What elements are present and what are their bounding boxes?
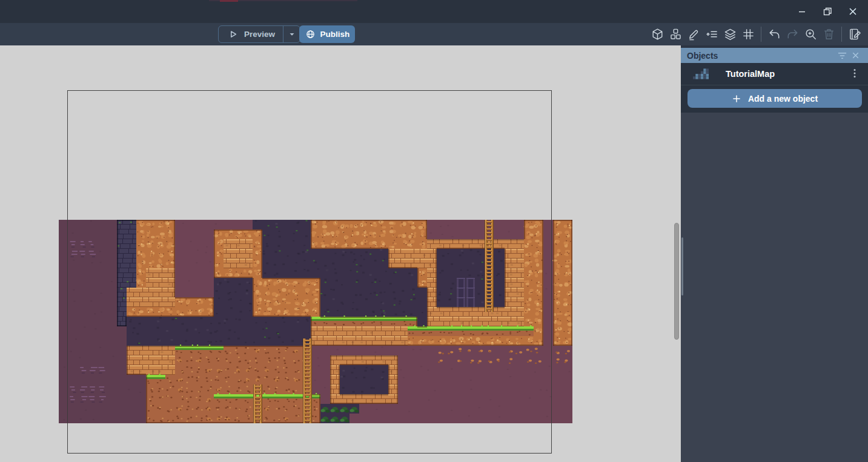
delete-icon [822, 27, 836, 41]
close-button[interactable] [840, 1, 866, 22]
globe-icon [305, 28, 316, 40]
toolbar-layers-button[interactable] [721, 25, 739, 43]
objects-panel-title: Objects [687, 51, 835, 61]
canvas-vertical-scrollbar[interactable] [674, 223, 679, 340]
objects-panel-header: Objects [681, 48, 868, 63]
window-controls [789, 0, 866, 23]
toolbar-scene-properties-button[interactable] [846, 25, 864, 43]
tab-strip-accent [220, 0, 238, 2]
toolbar-separator [841, 27, 842, 42]
object-row-divider [681, 85, 868, 85]
filter-icon [837, 51, 847, 60]
publish-label: Publish [320, 30, 350, 39]
grid-icon [741, 27, 755, 41]
kebab-icon [853, 68, 856, 78]
publish-button[interactable]: Publish [299, 25, 355, 43]
objects-panel: Objects TutorialMap Ad [681, 45, 868, 462]
add-object-button[interactable]: Add a new object [687, 89, 862, 108]
minimize-icon [795, 5, 809, 18]
undo-icon [767, 27, 781, 41]
preview-split-button: Preview [218, 25, 300, 43]
object-groups-icon [669, 27, 683, 41]
restore-icon [821, 5, 834, 18]
preview-button[interactable]: Preview [219, 26, 283, 42]
objects-icon [651, 27, 664, 41]
preview-dropdown-button[interactable] [283, 26, 300, 42]
toolbar-grid-button[interactable] [739, 25, 757, 43]
toolbar-zoom-button[interactable] [801, 25, 820, 43]
chevron-down-icon [287, 30, 297, 39]
toolbar-redo-button[interactable] [783, 25, 801, 43]
close-icon [846, 5, 860, 18]
zoom-in-icon [804, 27, 818, 41]
objects-list: TutorialMap Add a new object [681, 63, 868, 113]
toolbar-undo-button[interactable] [765, 25, 783, 43]
object-menu-button[interactable] [847, 68, 862, 79]
toolbar-delete-button[interactable] [820, 25, 838, 43]
toolbar-separator [761, 27, 761, 42]
edit-icon [687, 27, 701, 41]
main-toolbar: Preview Publish [0, 23, 868, 45]
toolbar-instances-button[interactable] [703, 25, 721, 43]
plus-icon [731, 93, 742, 104]
layers-icon [723, 27, 737, 41]
object-label: TutorialMap [726, 69, 847, 79]
tilemap-thumbnail-icon [693, 68, 709, 80]
scene-canvas[interactable] [59, 220, 572, 423]
object-row-tutorialmap[interactable]: TutorialMap [681, 63, 868, 85]
add-object-label: Add a new object [748, 94, 818, 104]
minimize-button[interactable] [789, 1, 815, 22]
play-icon [227, 28, 239, 41]
objects-filter-button[interactable] [835, 50, 849, 61]
app-window: { "window": { "controls": [ {"name": "mi… [0, 0, 868, 462]
toolbar-groups-button[interactable] [666, 25, 684, 43]
title-bar [0, 0, 868, 23]
restore-button[interactable] [815, 1, 840, 22]
toolbar-icon-group [648, 25, 864, 43]
objects-panel-close-button[interactable] [849, 50, 862, 61]
instances-list-icon [705, 27, 719, 41]
scene-properties-icon [848, 27, 862, 41]
preview-label: Preview [244, 30, 275, 39]
toolbar-objects-button[interactable] [648, 25, 666, 43]
close-icon [851, 51, 860, 60]
toolbar-edit-button[interactable] [684, 25, 703, 43]
redo-icon [786, 27, 800, 41]
panel-scrollbar[interactable] [681, 237, 683, 295]
